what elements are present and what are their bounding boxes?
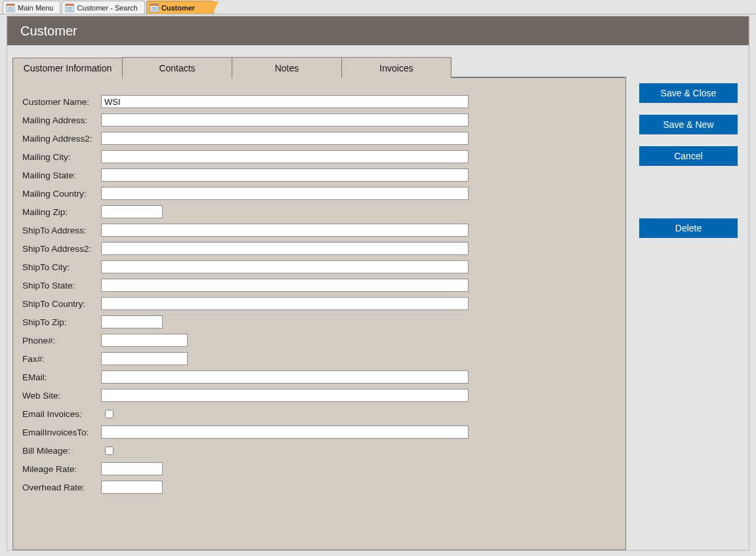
- mileage-rate-input[interactable]: [101, 462, 163, 475]
- form-area: Customer Customer Information Contacts N…: [7, 16, 749, 551]
- label-email: EMail:: [22, 372, 101, 382]
- label-email-invoices-to: EmailInvoicesTo:: [22, 427, 101, 437]
- svg-rect-13: [152, 9, 157, 9]
- tab-filler: [452, 57, 626, 77]
- label-shipto-zip: ShipTo Zip:: [22, 317, 101, 327]
- save-new-button[interactable]: Save & New: [639, 115, 738, 134]
- email-invoices-to-input[interactable]: [101, 426, 469, 439]
- left-column: Customer Information Contacts Notes Invo…: [12, 57, 626, 544]
- label-email-invoices: Email Invoices:: [22, 409, 101, 419]
- svg-rect-12: [152, 7, 157, 8]
- email-input[interactable]: [101, 370, 469, 384]
- page-title: Customer: [20, 24, 77, 39]
- label-mileage-rate: Mileage Rate:: [22, 464, 101, 474]
- mailing-country-input[interactable]: [101, 187, 469, 200]
- tab-customer-information[interactable]: Customer Information: [12, 58, 123, 79]
- save-close-button[interactable]: Save & Close: [639, 83, 738, 103]
- form-icon: [65, 3, 74, 12]
- tab-invoices[interactable]: Invoices: [341, 57, 452, 78]
- object-tab-bar: Main Menu Customer - Search Customer: [0, 0, 756, 14]
- label-mailing-state: Mailing State:: [22, 170, 101, 180]
- mailing-city-input[interactable]: [101, 150, 469, 163]
- form-body: Customer Information Contacts Notes Invo…: [7, 45, 749, 550]
- overhead-rate-input[interactable]: [101, 481, 163, 494]
- label-mailing-city: Mailing City:: [22, 152, 101, 162]
- object-tab-main-menu[interactable]: Main Menu: [3, 1, 60, 14]
- mailing-zip-input[interactable]: [101, 205, 163, 218]
- label-phone: Phone#:: [22, 336, 101, 346]
- bill-mileage-checkbox[interactable]: [105, 447, 114, 455]
- app-window: Main Menu Customer - Search Customer Cus…: [0, 0, 756, 556]
- svg-rect-3: [8, 9, 13, 9]
- label-mailing-zip: Mailing Zip:: [22, 207, 101, 217]
- object-tab-label: Customer - Search: [77, 4, 137, 12]
- form-header: Customer: [7, 16, 749, 45]
- shipto-state-input[interactable]: [101, 279, 469, 292]
- mailing-address2-input[interactable]: [101, 132, 469, 145]
- form-icon: [6, 3, 15, 12]
- tab-contacts[interactable]: Contacts: [122, 57, 232, 78]
- email-invoices-checkbox[interactable]: [105, 410, 114, 418]
- object-tab-label: Main Menu: [18, 4, 53, 12]
- cancel-button[interactable]: Cancel: [639, 146, 738, 166]
- shipto-address-input[interactable]: [101, 224, 469, 237]
- label-bill-mileage: Bill Mileage:: [22, 446, 101, 456]
- shipto-country-input[interactable]: [101, 297, 469, 310]
- svg-rect-2: [8, 7, 13, 8]
- label-shipto-state: ShipTo State:: [22, 281, 101, 290]
- shipto-address2-input[interactable]: [101, 242, 469, 255]
- customer-name-input[interactable]: [101, 95, 469, 108]
- delete-button[interactable]: Delete: [639, 218, 738, 238]
- form-icon: [150, 3, 159, 12]
- tab-notes[interactable]: Notes: [232, 57, 342, 78]
- svg-rect-1: [7, 4, 14, 6]
- mailing-address-input[interactable]: [101, 113, 469, 127]
- svg-rect-4: [8, 10, 13, 10]
- label-mailing-country: Mailing Country:: [22, 189, 101, 199]
- label-mailing-address2: Mailing Address2:: [22, 134, 101, 144]
- label-fax: Fax#:: [22, 354, 101, 364]
- svg-rect-11: [150, 4, 158, 6]
- svg-rect-8: [67, 9, 72, 9]
- label-shipto-city: ShipTo City:: [22, 262, 101, 272]
- object-tab-label: Customer: [161, 4, 195, 12]
- label-mailing-address: Mailing Address:: [22, 115, 101, 125]
- label-overhead-rate: Overhead Rate:: [22, 483, 101, 492]
- shipto-zip-input[interactable]: [101, 315, 163, 328]
- svg-rect-6: [66, 4, 74, 6]
- tab-page-customer-information: Customer Name: Mailing Address: Mailing …: [12, 78, 626, 550]
- svg-rect-14: [152, 10, 157, 10]
- website-input[interactable]: [101, 389, 469, 402]
- object-tab-customer[interactable]: Customer: [146, 1, 214, 14]
- label-shipto-address: ShipTo Address:: [22, 226, 101, 235]
- mailing-state-input[interactable]: [101, 169, 469, 182]
- label-website: Web Site:: [22, 391, 101, 401]
- svg-rect-7: [67, 7, 72, 8]
- label-shipto-country: ShipTo Country:: [22, 299, 101, 309]
- object-tab-customer-search[interactable]: Customer - Search: [62, 1, 144, 14]
- label-shipto-address2: ShipTo Address2:: [22, 244, 101, 254]
- shipto-city-input[interactable]: [101, 260, 469, 273]
- inner-tab-strip: Customer Information Contacts Notes Invo…: [12, 57, 626, 78]
- action-button-column: Save & Close Save & New Cancel Delete: [639, 57, 751, 544]
- label-customer-name: Customer Name:: [22, 97, 101, 107]
- phone-input[interactable]: [101, 334, 188, 347]
- fax-input[interactable]: [101, 352, 188, 365]
- svg-rect-9: [67, 10, 72, 10]
